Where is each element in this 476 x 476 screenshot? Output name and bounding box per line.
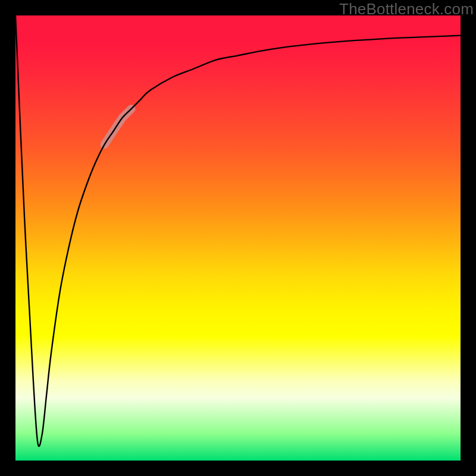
curve-svg <box>15 15 461 461</box>
chart-frame: TheBottleneck.com <box>0 0 476 476</box>
plot-area <box>15 15 461 461</box>
bottleneck-curve <box>15 15 461 446</box>
watermark-label: TheBottleneck.com <box>339 0 474 18</box>
